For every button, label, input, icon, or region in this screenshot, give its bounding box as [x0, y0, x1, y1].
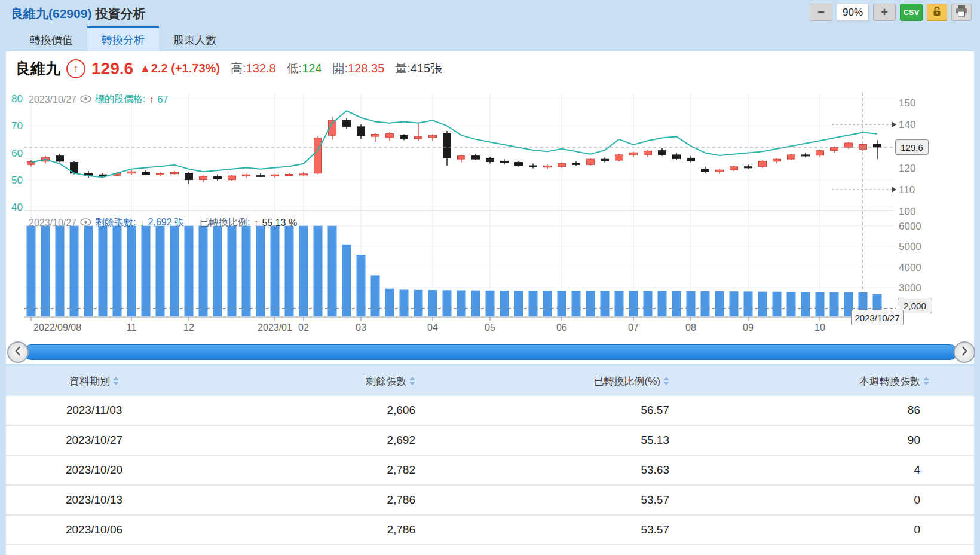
- svg-text:50: 50: [11, 175, 23, 186]
- table-cell: 2023/10/27: [6, 434, 182, 447]
- column-header-remaining[interactable]: 剩餘張數: [182, 374, 424, 388]
- underlying-price-label: 標的股價格:: [95, 93, 145, 106]
- svg-text:08: 08: [685, 322, 696, 333]
- svg-text:80: 80: [11, 93, 23, 105]
- svg-text:3000: 3000: [899, 282, 921, 294]
- svg-text:07: 07: [628, 322, 639, 333]
- table-row: 2023/09/282,78653.570: [6, 545, 974, 555]
- sort-icon[interactable]: [113, 377, 119, 385]
- svg-text:05: 05: [485, 322, 495, 333]
- crosshair-date: 2023/10/27: [29, 218, 76, 228]
- chevron-left-icon: [14, 346, 22, 359]
- crosshair-date: 2023/10/27: [29, 94, 76, 105]
- volume-bars: [27, 226, 882, 316]
- svg-text:140: 140: [899, 119, 915, 130]
- svg-text:03: 03: [356, 322, 366, 333]
- column-header-date[interactable]: 資料期別: [6, 374, 182, 388]
- table-row: 2023/10/132,78653.570: [6, 486, 974, 516]
- column-header-ratio[interactable]: 已轉換比例(%): [424, 374, 678, 388]
- svg-text:4000: 4000: [899, 262, 921, 273]
- svg-text:04: 04: [427, 322, 438, 333]
- table-cell: 2,786: [182, 523, 424, 536]
- price-chart-overlay: 2023/10/27 標的股價格: ↑ 67: [29, 93, 168, 106]
- svg-text:150: 150: [899, 97, 915, 109]
- table-row: 2023/10/272,69255.1390: [6, 426, 974, 456]
- table-row: 2023/10/202,78253.634: [6, 456, 974, 486]
- eye-icon[interactable]: [80, 218, 91, 228]
- crosshair-date-box: 2023/10/27: [851, 310, 904, 325]
- table-cell: 56.57: [424, 404, 678, 417]
- table-cell: 53.63: [424, 463, 678, 477]
- table-cell: 2,782: [182, 463, 424, 477]
- column-header-weekly-converted[interactable]: 本週轉換張數: [678, 374, 974, 388]
- scroll-left-button[interactable]: [7, 341, 29, 363]
- svg-text:09: 09: [743, 322, 754, 333]
- sort-icon[interactable]: [663, 377, 669, 385]
- table-cell: 2023/10/13: [6, 493, 182, 507]
- candlestick-series: [27, 117, 881, 184]
- converted-ratio-value: 55.13 %: [262, 218, 297, 228]
- table-cell: 53.57: [424, 493, 678, 507]
- eye-icon[interactable]: [80, 94, 91, 105]
- svg-text:2023/01: 2023/01: [258, 322, 292, 333]
- table-cell: 86: [678, 404, 974, 417]
- svg-text:02: 02: [298, 322, 309, 333]
- sort-icon[interactable]: [409, 377, 415, 385]
- crosshair-price-box: 129.6: [895, 139, 929, 155]
- conversion-analysis-page: 良維九(62909)投資分析 − 90% + CSV 轉換價值 轉換分析 股東人…: [0, 0, 980, 555]
- table-cell: 2023/11/03: [6, 404, 182, 417]
- svg-text:12: 12: [183, 322, 194, 333]
- table-cell: 0: [678, 493, 974, 507]
- remaining-units-value: 2,692 張: [148, 216, 184, 229]
- svg-text:100: 100: [899, 206, 915, 217]
- table-cell: 90: [678, 434, 974, 447]
- svg-text:40: 40: [11, 202, 23, 213]
- table-cell: 2,692: [182, 434, 424, 447]
- scroll-right-button[interactable]: [954, 341, 975, 363]
- table-header: 資料期別 剩餘張數 已轉換比例(%) 本週轉換張數: [6, 366, 974, 396]
- grid: [24, 93, 898, 317]
- svg-text:11: 11: [127, 322, 137, 333]
- table-row: 2023/10/062,78653.570: [6, 516, 974, 545]
- table-cell: 55.13: [424, 434, 678, 447]
- table-cell: 2,606: [182, 404, 424, 417]
- svg-text:110: 110: [899, 184, 915, 196]
- svg-text:70: 70: [11, 120, 23, 132]
- table-cell: 0: [678, 523, 974, 536]
- table-cell: 2,786: [182, 493, 424, 507]
- table-cell: 4: [678, 463, 974, 477]
- up-arrow-icon: ↑: [149, 94, 154, 105]
- table-body: 2023/11/032,60656.57862023/10/272,69255.…: [6, 396, 974, 555]
- converted-ratio-label: 已轉換比例:: [200, 216, 250, 229]
- svg-text:60: 60: [11, 148, 23, 159]
- underlying-price-value: 67: [158, 94, 169, 105]
- price-volume-chart[interactable]: 8070605040150140130120110100600050004000…: [0, 0, 980, 366]
- sort-icon[interactable]: [923, 377, 929, 385]
- table-cell: 2023/10/20: [6, 463, 182, 477]
- up-arrow-icon: ↑: [253, 218, 258, 228]
- down-arrow-icon: ↓: [140, 218, 145, 228]
- conversion-data-table: 資料期別 剩餘張數 已轉換比例(%) 本週轉換張數 2023/11/032,60…: [6, 366, 974, 555]
- chart-horizontal-scrollbar[interactable]: [24, 344, 957, 360]
- chevron-right-icon: [961, 346, 968, 359]
- svg-text:06: 06: [556, 322, 567, 333]
- svg-text:5000: 5000: [899, 241, 921, 252]
- remaining-units-label: 剩餘張數:: [95, 216, 136, 229]
- svg-text:10: 10: [814, 322, 825, 333]
- volume-chart-overlay: 2023/10/27 剩餘張數: ↓ 2,692 張 已轉換比例: ↑ 55.1…: [29, 216, 297, 229]
- table-cell: 2023/10/06: [6, 523, 182, 536]
- svg-text:2022/09/08: 2022/09/08: [33, 322, 81, 333]
- table-cell: 53.57: [424, 523, 678, 536]
- crosshair-lines: [24, 93, 896, 317]
- svg-text:120: 120: [899, 163, 915, 174]
- table-row: 2023/11/032,60656.5786: [6, 396, 974, 426]
- svg-text:6000: 6000: [899, 221, 921, 232]
